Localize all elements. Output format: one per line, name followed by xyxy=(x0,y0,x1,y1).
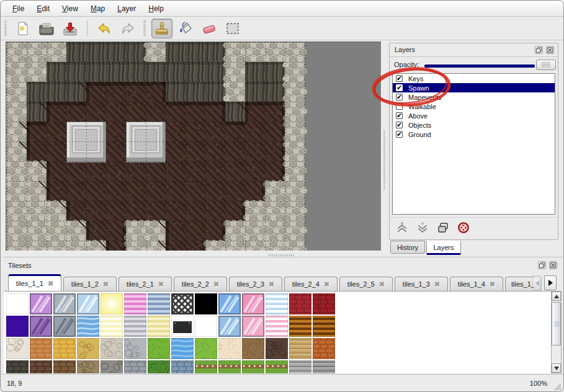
layer-checkbox-mapevents[interactable]: ✔ xyxy=(396,94,403,100)
menu-map[interactable]: Map xyxy=(85,2,110,16)
tileset-tab-tiles_2_2[interactable]: tiles_2_2✖ xyxy=(174,277,227,291)
layer-row-spawn[interactable]: ✔Spawn xyxy=(393,83,555,92)
tileset-tab-tiles_1_4[interactable]: tiles_1_4✖ xyxy=(450,277,503,291)
tileset-tab-label: tiles_1_ xyxy=(511,280,535,288)
raise-icon xyxy=(396,221,408,234)
layer-row-keys[interactable]: ✔Keys xyxy=(393,74,555,83)
layer-checkbox-keys[interactable]: ✔ xyxy=(396,75,403,82)
delete-icon xyxy=(457,221,470,234)
menu-layer[interactable]: Layer xyxy=(112,2,141,16)
vertical-splitter[interactable] xyxy=(382,131,387,190)
layer-list: ✔Keys✔Spawn✔MapeventsWalkable✔Above✔Obje… xyxy=(392,73,555,215)
menu-help[interactable]: Help xyxy=(143,2,169,16)
tileset-tab-tiles_1_2[interactable]: tiles_1_2✖ xyxy=(63,277,117,291)
scroll-up-button[interactable] xyxy=(552,292,561,301)
arrow-down-icon xyxy=(554,367,559,370)
layer-checkbox-ground[interactable]: ✔ xyxy=(396,131,403,138)
layer-row-ground[interactable]: ✔Ground xyxy=(393,130,555,139)
tab-close-icon[interactable]: ✖ xyxy=(103,280,109,288)
close-tilesets-button[interactable] xyxy=(549,261,557,269)
layer-checkbox-above[interactable]: ✔ xyxy=(396,112,403,119)
duplicate-icon xyxy=(437,221,449,234)
redo-icon xyxy=(120,22,136,35)
save-file-button[interactable] xyxy=(60,19,81,38)
layers-panel-header: Layers xyxy=(390,43,558,57)
stamp-tool-button[interactable] xyxy=(151,19,172,38)
delete-layer-button[interactable] xyxy=(456,220,471,235)
scrollbar-thumb[interactable] xyxy=(552,302,561,345)
layer-checkbox-walkable[interactable] xyxy=(396,103,403,110)
layer-name: Ground xyxy=(408,131,431,138)
layer-row-objects[interactable]: ✔Objects xyxy=(393,120,555,130)
layer-name: Walkable xyxy=(408,103,436,110)
toolbar-grip[interactable] xyxy=(3,20,7,37)
tab-close-icon[interactable]: ✖ xyxy=(434,280,440,288)
float-tilesets-button[interactable] xyxy=(538,261,546,269)
tileset-tab-label: tiles_2_4 xyxy=(292,280,320,288)
tileset-tab-tiles_2_1[interactable]: tiles_2_1✖ xyxy=(119,277,172,291)
layer-row-above[interactable]: ✔Above xyxy=(393,111,555,120)
raise-layer-button[interactable] xyxy=(395,220,410,235)
redo-button[interactable] xyxy=(117,19,138,38)
tab-scroll-right-button[interactable] xyxy=(544,275,557,290)
tab-close-icon[interactable]: ✖ xyxy=(48,280,53,288)
map-view xyxy=(6,42,382,251)
tileset-scrollbar xyxy=(551,291,562,373)
eraser-tool-button[interactable] xyxy=(199,19,220,38)
toolbar-grip[interactable] xyxy=(142,20,146,37)
tab-close-icon[interactable]: ✖ xyxy=(379,280,385,288)
tab-close-icon[interactable]: ✖ xyxy=(269,280,274,288)
undo-button[interactable] xyxy=(94,19,115,38)
tileset-tab-tiles_1_1[interactable]: tiles_1_1✖ xyxy=(8,274,61,291)
tilesets-panel-title: Tilesets xyxy=(8,262,32,269)
dock-tab-layers[interactable]: Layers xyxy=(426,241,461,255)
tab-close-icon[interactable]: ✖ xyxy=(158,280,164,288)
tab-scroll-left-button[interactable] xyxy=(532,275,542,290)
layer-checkbox-spawn[interactable]: ✔ xyxy=(396,84,403,91)
layer-name: Keys xyxy=(408,75,423,82)
select-tool-button[interactable] xyxy=(222,19,243,38)
close-panel-button[interactable] xyxy=(546,46,554,54)
eraser-icon xyxy=(201,22,217,35)
layer-checkbox-objects[interactable]: ✔ xyxy=(396,122,403,128)
layer-row-walkable[interactable]: Walkable xyxy=(393,102,555,111)
tileset-tab-tiles_2_5[interactable]: tiles_2_5✖ xyxy=(339,277,393,291)
layers-panel-title: Layers xyxy=(395,46,415,53)
tab-close-icon[interactable]: ✖ xyxy=(324,280,329,288)
layer-name: Spawn xyxy=(408,84,429,92)
tileset-tab-tiles_2_4[interactable]: tiles_2_4✖ xyxy=(284,277,338,291)
tileset-tab-tiles_1_3[interactable]: tiles_1_3✖ xyxy=(395,277,448,291)
fill-tool-button[interactable] xyxy=(175,19,196,38)
menu-bar: FileEditViewMapLayerHelp xyxy=(1,1,563,17)
arrow-right-icon xyxy=(548,280,553,286)
dock-tab-history[interactable]: History xyxy=(390,241,425,254)
new-file-button[interactable] xyxy=(12,19,34,38)
select-icon xyxy=(225,22,240,35)
tileset-palette-canvas[interactable] xyxy=(6,292,338,373)
layer-name: Above xyxy=(408,112,427,120)
tileset-tab-label: tiles_1_2 xyxy=(71,280,99,288)
duplicate-layer-button[interactable] xyxy=(436,220,450,235)
stamp-icon xyxy=(154,21,169,36)
menu-file[interactable]: File xyxy=(7,2,30,16)
toolbar-separator xyxy=(87,20,87,37)
scroll-down-button[interactable] xyxy=(552,363,561,373)
tab-close-icon[interactable]: ✖ xyxy=(213,280,219,288)
open-file-button[interactable] xyxy=(36,19,57,38)
status-bar: 18, 9 100% xyxy=(1,374,563,392)
resize-grip[interactable] xyxy=(553,383,562,391)
arrow-up-icon xyxy=(554,295,559,298)
opacity-row: Opacity: xyxy=(390,58,558,72)
tab-close-icon[interactable]: ✖ xyxy=(490,280,495,288)
layer-row-mapevents[interactable]: ✔Mapevents xyxy=(393,92,555,102)
tileset-tab-tiles_2_3[interactable]: tiles_2_3✖ xyxy=(229,277,282,291)
layer-buttons xyxy=(390,217,558,237)
opacity-slider-track[interactable] xyxy=(424,65,535,68)
map-canvas[interactable] xyxy=(6,42,381,251)
arrow-left-icon xyxy=(535,280,539,286)
menu-view[interactable]: View xyxy=(56,2,84,16)
float-panel-button[interactable] xyxy=(535,46,543,54)
lower-layer-button[interactable] xyxy=(415,220,430,235)
opacity-slider-handle[interactable] xyxy=(536,60,556,70)
menu-edit[interactable]: Edit xyxy=(31,2,55,16)
